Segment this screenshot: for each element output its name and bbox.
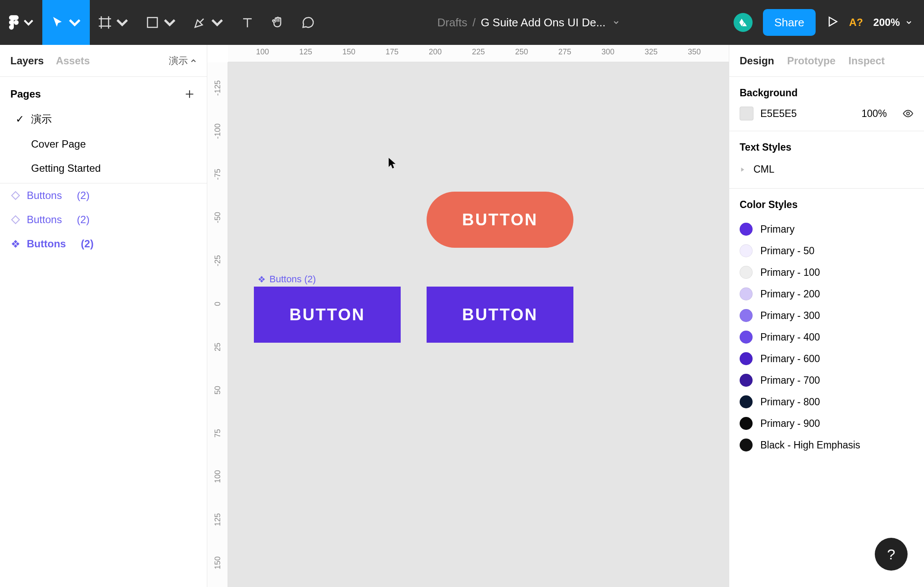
- color-swatch: [740, 395, 753, 408]
- component-instance-icon: [10, 190, 21, 201]
- color-style-name: Primary - 800: [760, 396, 820, 408]
- color-style-name: Primary - 200: [760, 288, 820, 300]
- layer-name: Buttons: [27, 189, 62, 202]
- canvas-button-purple-2[interactable]: BUTTON: [427, 287, 573, 343]
- color-style-name: Primary - 600: [760, 353, 820, 365]
- breadcrumb[interactable]: Drafts / G Suite Add Ons UI De...: [323, 16, 734, 29]
- tab-design[interactable]: Design: [740, 55, 774, 67]
- page-name: Cover Page: [31, 138, 86, 150]
- color-style-item[interactable]: Primary - 100: [740, 262, 914, 283]
- layer-count: (2): [77, 189, 89, 202]
- layer-item[interactable]: Buttons (2): [0, 208, 207, 232]
- page-name: Getting Started: [31, 162, 101, 174]
- avatar[interactable]: [734, 13, 753, 32]
- color-style-name: Primary - 700: [760, 375, 820, 386]
- page-item[interactable]: ✓ 演示: [0, 106, 207, 132]
- missing-fonts-indicator[interactable]: A?: [849, 16, 863, 28]
- present-button[interactable]: [826, 15, 839, 30]
- shape-tool[interactable]: [137, 0, 185, 45]
- tab-prototype[interactable]: Prototype: [787, 55, 835, 67]
- color-style-item[interactable]: Primary: [740, 218, 914, 240]
- svg-point-0: [14, 20, 19, 25]
- chevron-down-icon: [906, 19, 912, 25]
- background-opacity[interactable]: 100%: [861, 108, 887, 120]
- svg-rect-1: [148, 18, 158, 28]
- color-style-name: Black - High Emphasis: [760, 439, 860, 451]
- color-styles-heading: Color Styles: [740, 199, 914, 211]
- share-button[interactable]: Share: [763, 9, 815, 36]
- tab-layers[interactable]: Layers: [10, 55, 44, 67]
- color-swatch: [740, 266, 753, 279]
- color-style-item[interactable]: Primary - 200: [740, 283, 914, 305]
- zoom-value: 200%: [873, 16, 900, 28]
- component-icon: [257, 275, 266, 284]
- color-style-item[interactable]: Primary - 900: [740, 413, 914, 434]
- background-heading: Background: [740, 87, 914, 99]
- color-style-item[interactable]: Primary - 50: [740, 240, 914, 262]
- color-style-item[interactable]: Black - High Emphasis: [740, 434, 914, 456]
- tab-inspect[interactable]: Inspect: [848, 55, 885, 67]
- canvas-button-purple-1[interactable]: BUTTON: [254, 287, 401, 343]
- canvas-area[interactable]: 100 125 150 175 200 225 250 275 300 325 …: [207, 45, 729, 587]
- chevron-down-icon[interactable]: [613, 19, 619, 25]
- pages-heading: Pages: [10, 88, 41, 100]
- layer-item[interactable]: Buttons (2): [0, 183, 207, 208]
- component-icon: [10, 239, 21, 249]
- svg-point-2: [907, 112, 910, 115]
- page-selector[interactable]: 演示: [169, 54, 196, 67]
- visibility-toggle-icon[interactable]: [902, 108, 914, 119]
- text-styles-heading: Text Styles: [740, 142, 914, 153]
- tab-assets[interactable]: Assets: [56, 55, 90, 67]
- breadcrumb-separator: /: [472, 16, 475, 29]
- menu-button[interactable]: [0, 0, 42, 45]
- chevron-up-icon: [190, 58, 196, 64]
- move-tool[interactable]: [42, 0, 90, 45]
- ruler-vertical: -125 -100 -75 -50 -25 0 25 50 75 100 125…: [207, 62, 228, 587]
- color-swatch: [740, 439, 753, 451]
- add-page-button[interactable]: [183, 87, 196, 101]
- color-style-name: Primary - 50: [760, 245, 814, 257]
- color-swatch: [740, 352, 753, 365]
- color-style-item[interactable]: Primary - 400: [740, 326, 914, 348]
- layer-name: Buttons: [27, 238, 66, 250]
- cursor-icon: [388, 157, 397, 169]
- color-style-name: Primary - 400: [760, 331, 820, 343]
- file-title[interactable]: G Suite Add Ons UI De...: [481, 16, 605, 29]
- color-style-name: Primary - 100: [760, 267, 820, 278]
- color-style-item[interactable]: Primary - 700: [740, 369, 914, 391]
- pen-tool[interactable]: [185, 0, 232, 45]
- text-tool[interactable]: [232, 0, 263, 45]
- text-style-name: CML: [753, 164, 775, 175]
- left-panel: Layers Assets 演示 Pages ✓ 演示 ✓ Cover Page…: [0, 45, 207, 587]
- layer-count: (2): [77, 214, 89, 226]
- page-item[interactable]: ✓ Getting Started: [0, 156, 207, 180]
- color-style-item[interactable]: Primary - 800: [740, 391, 914, 413]
- zoom-control[interactable]: 200%: [873, 16, 912, 28]
- page-name: 演示: [31, 112, 52, 126]
- top-toolbar: Drafts / G Suite Add Ons UI De... Share …: [0, 0, 924, 45]
- frame-tool[interactable]: [90, 0, 137, 45]
- breadcrumb-location[interactable]: Drafts: [437, 16, 467, 29]
- color-style-item[interactable]: Primary - 300: [740, 305, 914, 326]
- page-item[interactable]: ✓ Cover Page: [0, 132, 207, 156]
- color-swatch: [740, 223, 753, 236]
- help-button[interactable]: ?: [875, 538, 908, 571]
- color-swatch: [740, 417, 753, 430]
- canvas-button-red[interactable]: BUTTON: [427, 192, 573, 248]
- background-hex[interactable]: E5E5E5: [760, 108, 812, 120]
- color-swatch: [740, 244, 753, 257]
- text-style-item[interactable]: CML: [740, 161, 914, 178]
- component-label[interactable]: Buttons (2): [257, 274, 316, 285]
- color-swatch: [740, 309, 753, 322]
- ruler-horizontal: 100 125 150 175 200 225 250 275 300 325 …: [228, 45, 729, 62]
- layer-item[interactable]: Buttons (2): [0, 232, 207, 256]
- color-style-item[interactable]: Primary - 600: [740, 348, 914, 369]
- component-instance-icon: [10, 215, 21, 225]
- hand-tool[interactable]: [263, 0, 293, 45]
- comment-tool[interactable]: [293, 0, 323, 45]
- color-swatch: [740, 287, 753, 300]
- background-swatch[interactable]: [740, 107, 753, 120]
- color-swatch: [740, 374, 753, 387]
- canvas[interactable]: BUTTON Buttons (2) BUTTON BUTTON: [228, 62, 729, 587]
- layer-count: (2): [81, 238, 93, 250]
